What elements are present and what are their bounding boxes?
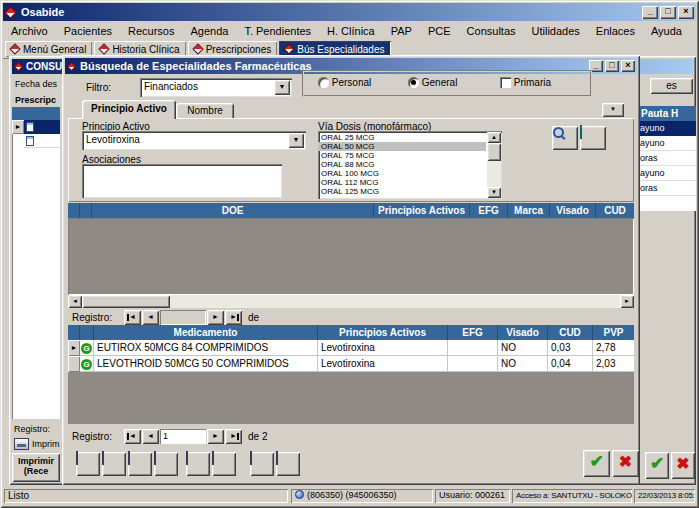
print-button[interactable]: [76, 452, 100, 476]
first-record-button[interactable]: ◄: [124, 429, 141, 444]
scroll-thumb[interactable]: [487, 143, 501, 161]
pauta-cell[interactable]: ayuno: [638, 136, 696, 151]
header-doe[interactable]: DOE: [92, 203, 374, 218]
maximize-button[interactable]: □: [660, 6, 676, 19]
principios-cell[interactable]: Levotiroxina: [318, 356, 448, 372]
prev-record-button[interactable]: ◄: [142, 310, 159, 325]
document-button[interactable]: [186, 452, 210, 476]
principios-cell[interactable]: Levotiroxina: [318, 340, 448, 356]
via-dosis-scrollbar[interactable]: ▲ ▼: [487, 132, 501, 198]
last-record-button[interactable]: ►: [225, 310, 242, 325]
header-pvp[interactable]: PVP: [593, 325, 634, 340]
menu-pacientes[interactable]: Pacientes: [56, 23, 120, 39]
filtro-dropdown-button[interactable]: ▼: [274, 80, 290, 95]
header-principios[interactable]: Principios Activos: [374, 203, 470, 218]
scroll-up-button[interactable]: ▲: [487, 132, 501, 143]
radio-personal[interactable]: Personal: [318, 77, 371, 88]
via-dosis-option[interactable]: ORAL 112 MCG: [318, 178, 486, 187]
checkbox-primaria[interactable]: Primaria: [500, 77, 551, 88]
clear-button[interactable]: [154, 452, 178, 476]
header-marca[interactable]: Marca: [508, 203, 550, 218]
med-row-eutirox[interactable]: ► G EUTIROX 50MCG 84 COMPRIMIDOS Levotir…: [68, 340, 634, 356]
imprimir-receta-button[interactable]: Imprimir (Rece: [12, 453, 60, 482]
partial-button[interactable]: es: [650, 78, 693, 94]
via-dosis-option[interactable]: ORAL 125 MCG: [318, 187, 486, 196]
minimize-button[interactable]: _: [642, 6, 658, 19]
header-principios[interactable]: Principios Activos: [318, 325, 448, 340]
header-cud[interactable]: CUD: [548, 325, 593, 340]
collapse-panel-button[interactable]: ▼: [602, 103, 624, 117]
print-preview-button[interactable]: [102, 452, 126, 476]
visado-cell[interactable]: NO: [498, 340, 548, 356]
tab-nombre[interactable]: Nombre: [176, 103, 234, 119]
prescription-row[interactable]: [24, 134, 60, 148]
via-dosis-option[interactable]: ORAL 88 MCG: [318, 160, 486, 169]
confirm-button[interactable]: ✔: [583, 450, 610, 477]
menu-pce[interactable]: PCE: [420, 23, 459, 39]
menu-h-clinica[interactable]: H. Clínica: [319, 23, 383, 39]
grid-view-button[interactable]: [250, 452, 274, 476]
header-efg[interactable]: EFG: [448, 325, 498, 340]
record-number-field[interactable]: 1: [160, 429, 206, 444]
menu-pap[interactable]: PAP: [383, 23, 420, 39]
edit-button[interactable]: [128, 452, 152, 476]
last-record-button[interactable]: ►: [225, 429, 242, 444]
next-record-button[interactable]: ►: [207, 429, 224, 444]
pvp-cell[interactable]: 2,78: [593, 340, 634, 356]
close-button[interactable]: ×: [678, 6, 694, 19]
menu-utilidades[interactable]: Utilidades: [524, 23, 588, 39]
header-cud[interactable]: CUD: [596, 203, 634, 218]
row-selector[interactable]: ►: [12, 120, 24, 134]
consult-cancel-button[interactable]: ✖: [671, 452, 695, 479]
radio-general[interactable]: General: [408, 77, 457, 88]
efg-cell[interactable]: [448, 340, 498, 356]
medicamento-cell[interactable]: EUTIROX 50MCG 84 COMPRIMIDOS: [94, 340, 318, 356]
cud-cell[interactable]: 0,04: [548, 356, 593, 372]
dialog-close-button[interactable]: ×: [621, 60, 635, 72]
scroll-right-button[interactable]: ►: [620, 295, 634, 308]
scroll-down-button[interactable]: ▼: [487, 187, 501, 198]
record-number-field[interactable]: [160, 310, 206, 325]
via-dosis-option[interactable]: ORAL 75 MCG: [318, 151, 486, 160]
filtro-combobox[interactable]: Financiados ▼: [140, 78, 292, 97]
menu-agenda[interactable]: Agenda: [182, 23, 236, 39]
efg-cell[interactable]: [448, 356, 498, 372]
pauta-cell-selected[interactable]: ayuno: [638, 121, 696, 136]
grid-add-button[interactable]: [276, 452, 300, 476]
report-button[interactable]: [212, 452, 236, 476]
search-button[interactable]: [552, 126, 578, 150]
scroll-left-button[interactable]: ◄: [68, 295, 82, 308]
dialog-maximize-button[interactable]: □: [605, 60, 619, 72]
principio-dropdown-button[interactable]: ▼: [288, 133, 304, 148]
prev-record-button[interactable]: ◄: [142, 429, 159, 444]
via-dosis-option-selected[interactable]: ORAL 50 MCG: [318, 142, 486, 151]
row-selector[interactable]: ►: [68, 340, 80, 356]
asociaciones-listbox[interactable]: [82, 164, 282, 198]
header-medicamento[interactable]: Medicamento: [94, 325, 318, 340]
principio-activo-combobox[interactable]: Levotiroxina ▼: [82, 131, 306, 150]
menu-t-pendientes[interactable]: T. Pendientes: [236, 23, 319, 39]
consult-confirm-button[interactable]: ✔: [645, 452, 669, 479]
prescription-row-selected[interactable]: [24, 120, 60, 134]
header-visado[interactable]: Visado: [550, 203, 596, 218]
header-efg[interactable]: EFG: [470, 203, 508, 218]
pauta-cell[interactable]: ayuno: [638, 166, 696, 181]
medicamento-cell[interactable]: LEVOTHROID 50MCG 50 COMPRIMIDOS: [94, 356, 318, 372]
visado-cell[interactable]: NO: [498, 356, 548, 372]
tab-principio-activo[interactable]: Principio Activo: [82, 100, 176, 119]
pauta-cell[interactable]: oras: [638, 181, 696, 196]
med-row-levothroid[interactable]: G LEVOTHROID 50MCG 50 COMPRIMIDOS Levoti…: [68, 356, 634, 372]
pvp-cell[interactable]: 2,03: [593, 356, 634, 372]
menu-enlaces[interactable]: Enlaces: [588, 23, 643, 39]
via-dosis-option[interactable]: ORAL 100 MCG: [318, 169, 486, 178]
menu-consultas[interactable]: Consultas: [459, 23, 524, 39]
cancel-button[interactable]: ✖: [612, 450, 639, 477]
row-selector[interactable]: [68, 356, 80, 372]
menu-archivo[interactable]: Archivo: [3, 23, 56, 39]
menu-ayuda[interactable]: Ayuda: [643, 23, 690, 39]
pauta-cell[interactable]: oras: [638, 151, 696, 166]
first-record-button[interactable]: ◄: [124, 310, 141, 325]
header-visado[interactable]: Visado: [498, 325, 548, 340]
cud-cell[interactable]: 0,03: [548, 340, 593, 356]
next-record-button[interactable]: ►: [207, 310, 224, 325]
